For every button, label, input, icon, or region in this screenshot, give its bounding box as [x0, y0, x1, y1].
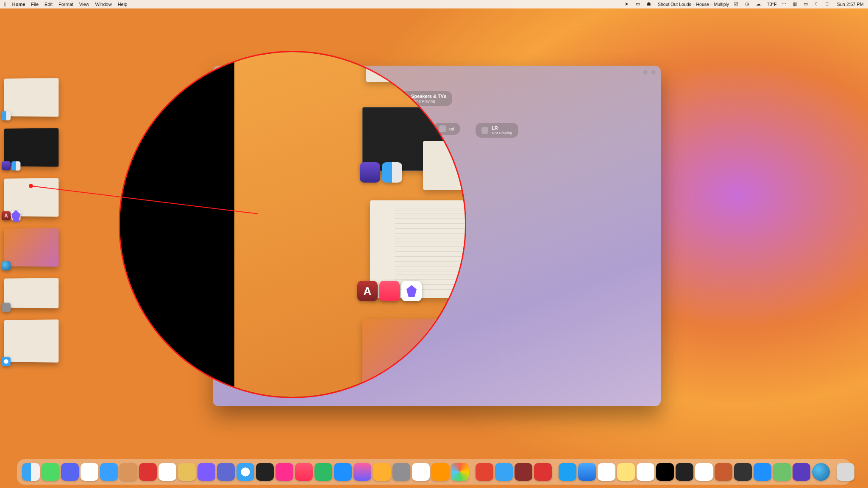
- dock-screens[interactable]: [676, 463, 693, 481]
- imovie-icon: [2, 161, 11, 170]
- dock-todoist[interactable]: [476, 463, 493, 481]
- dock-1password[interactable]: [139, 463, 157, 481]
- dock-dictionary[interactable]: [515, 463, 532, 481]
- more-icon[interactable]: ⋯: [782, 1, 787, 7]
- menubar-clock[interactable]: Sun 2:57 PM: [837, 2, 864, 7]
- finder-icon: [2, 111, 11, 120]
- annotation-anchor-dot: [29, 184, 33, 188]
- menu-edit[interactable]: Edit: [45, 2, 53, 7]
- display-icon[interactable]: ▭: [804, 1, 810, 7]
- stage-thumb-6[interactable]: [4, 319, 59, 363]
- window-minimize[interactable]: [643, 70, 648, 75]
- menu-bar:  Home File Edit Format View Window Help…: [0, 0, 868, 8]
- dock-trash[interactable]: [837, 463, 854, 481]
- menu-view[interactable]: View: [79, 2, 89, 7]
- homepod-icon: [439, 125, 446, 132]
- stage-manager-icon[interactable]: ▥: [793, 1, 798, 7]
- dock-discord[interactable]: [61, 463, 79, 481]
- stage-thumb-2[interactable]: [4, 128, 59, 166]
- dock-home[interactable]: [373, 463, 391, 481]
- dock-gimp[interactable]: [178, 463, 196, 481]
- dock-weather[interactable]: [578, 463, 596, 481]
- dock-pdf[interactable]: [534, 463, 552, 481]
- dictionary-icon: A: [357, 281, 378, 301]
- cloud-icon[interactable]: ☁: [756, 1, 762, 7]
- dock-finder[interactable]: [22, 463, 40, 481]
- temperature[interactable]: 73°F: [767, 2, 776, 7]
- stage-thumb-1[interactable]: [4, 78, 59, 116]
- dock-notes[interactable]: [617, 463, 635, 481]
- dock-calculator[interactable]: [734, 463, 752, 481]
- window-controls: [643, 70, 656, 75]
- dock-freeform[interactable]: [412, 463, 430, 481]
- finder-icon: [11, 161, 20, 171]
- dock-pages[interactable]: [431, 463, 449, 481]
- menu-help[interactable]: Help: [118, 2, 128, 7]
- todo-icon[interactable]: ☑: [734, 1, 740, 7]
- dock-slack[interactable]: [81, 463, 98, 481]
- dock-keynote[interactable]: [754, 463, 771, 481]
- dock-obsidian[interactable]: [198, 463, 215, 481]
- shield-icon[interactable]: ☗: [647, 1, 653, 7]
- settings-icon: [2, 303, 11, 312]
- dock-things[interactable]: [637, 463, 654, 481]
- app-name[interactable]: Home: [12, 2, 25, 7]
- dock-safari[interactable]: [236, 463, 254, 481]
- safari-icon: [2, 357, 11, 366]
- speakers-group-title: Speakers & TVs: [411, 94, 446, 99]
- dock-shortcuts[interactable]: [353, 463, 371, 481]
- dock-maps[interactable]: [773, 463, 791, 481]
- dock-imovie[interactable]: [793, 463, 810, 481]
- zoom-magnifier: A: [119, 51, 466, 398]
- tile-lr-title: LR: [492, 125, 498, 130]
- apple-menu-icon[interactable]: : [4, 1, 6, 8]
- battery-icon[interactable]: ▭: [636, 1, 642, 7]
- menu-window[interactable]: Window: [95, 2, 112, 7]
- music-icon: [379, 281, 400, 301]
- stage-manager-strip: A: [3, 78, 67, 374]
- clock-icon[interactable]: ◷: [745, 1, 751, 7]
- menu-format[interactable]: Format: [58, 2, 73, 7]
- tile1-title: od: [449, 126, 454, 131]
- dock-linear[interactable]: [217, 463, 235, 481]
- location-icon[interactable]: ➤: [625, 1, 631, 7]
- dock-twitter[interactable]: [559, 463, 576, 481]
- dock-apollo[interactable]: [100, 463, 118, 481]
- quicktime-icon: [2, 261, 11, 270]
- dictionary-icon: A: [2, 211, 11, 220]
- now-playing[interactable]: Shout Out Louds – House – Multiply: [658, 2, 729, 7]
- dock-reminders[interactable]: [598, 463, 615, 481]
- dock-mail[interactable]: [495, 463, 513, 481]
- dock-package[interactable]: [120, 463, 137, 481]
- finder-icon: [382, 162, 402, 183]
- window-zoom[interactable]: [651, 70, 656, 75]
- dnd-moon-icon[interactable]: ☾: [815, 1, 821, 7]
- obsidian-icon: [401, 281, 422, 301]
- dock-scansnap[interactable]: [695, 463, 713, 481]
- dock-photos[interactable]: [451, 463, 469, 481]
- dock-figma[interactable]: [256, 463, 274, 481]
- menu-file[interactable]: File: [31, 2, 39, 7]
- dock-calendar[interactable]: [159, 463, 176, 481]
- imovie-icon: [360, 162, 380, 183]
- control-center-icon[interactable]: ⌶: [826, 1, 832, 7]
- dock-settings[interactable]: [392, 463, 410, 481]
- dock-quicklook[interactable]: [812, 463, 830, 481]
- dock-music[interactable]: [295, 463, 313, 481]
- dock-drafts[interactable]: [715, 463, 732, 481]
- homepod-icon: [481, 127, 488, 134]
- stage-thumb-5[interactable]: [4, 278, 59, 308]
- dock-messages[interactable]: [42, 463, 59, 481]
- obsidian-icon: [11, 211, 20, 221]
- dock-numbers[interactable]: [314, 463, 332, 481]
- dock: [17, 459, 851, 485]
- stage-thumb-4[interactable]: [4, 228, 59, 266]
- dock-itunes[interactable]: [275, 463, 293, 481]
- tile-lr-sub: Not Playing: [492, 130, 512, 135]
- dock-appstore[interactable]: [334, 463, 352, 481]
- dock-clock[interactable]: [656, 463, 674, 481]
- speaker-tile-lr[interactable]: LR Not Playing: [476, 123, 518, 138]
